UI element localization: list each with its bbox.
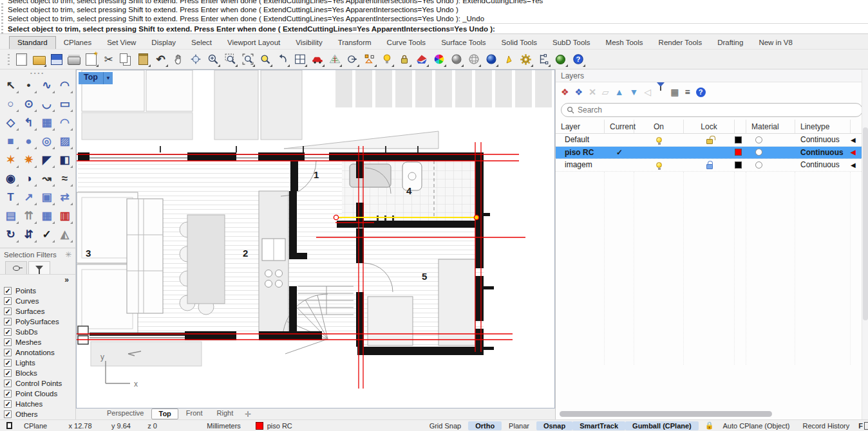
viewport-tab[interactable]: Top bbox=[151, 408, 178, 419]
toolbar-tab[interactable]: Mesh Tools bbox=[598, 37, 651, 49]
tool-icon-surface-edit[interactable]: ▨ bbox=[56, 132, 74, 151]
viewport-tab[interactable]: Right bbox=[211, 408, 240, 419]
checkbox-checked[interactable]: ✓ bbox=[4, 328, 12, 336]
col-color[interactable] bbox=[735, 120, 746, 133]
rotate-view-icon[interactable] bbox=[187, 51, 203, 68]
filter-item[interactable]: ✓ Hatches bbox=[4, 399, 75, 409]
toolbar-tab[interactable]: Select bbox=[184, 37, 220, 49]
checkbox-checked[interactable]: ✓ bbox=[4, 390, 12, 398]
toolbar-tab[interactable]: CPlanes bbox=[56, 37, 99, 49]
tool-icon-ellipse[interactable]: ⊙ bbox=[20, 95, 38, 113]
status-pane-icon[interactable] bbox=[6, 422, 12, 429]
tool-icon-offset[interactable]: ⇈ bbox=[20, 206, 38, 225]
toolbar-grip[interactable] bbox=[8, 52, 10, 66]
layer-material-icon[interactable] bbox=[755, 161, 762, 169]
filter-item[interactable]: ✓ Point Clouds bbox=[4, 389, 75, 399]
cplane-selector[interactable]: CPlane bbox=[17, 422, 62, 430]
zoom-window-icon[interactable] bbox=[222, 51, 238, 68]
zoom-selected-icon[interactable] bbox=[240, 51, 256, 68]
col-current[interactable]: Current bbox=[605, 120, 634, 133]
render-globe-icon[interactable] bbox=[552, 51, 569, 68]
tool-icon-boolean-difference[interactable]: ◑ bbox=[20, 169, 38, 188]
layer-on-icon[interactable] bbox=[656, 137, 662, 143]
checkbox-checked[interactable]: ✓ bbox=[4, 359, 12, 367]
units-selector[interactable]: Millimeters bbox=[200, 422, 255, 430]
tool-icon-check-geometry[interactable]: ✓ bbox=[38, 225, 56, 244]
checkbox-checked[interactable]: ✓ bbox=[4, 349, 12, 356]
tool-icon-rectangle[interactable]: ▭ bbox=[56, 95, 74, 113]
distribute-objects-icon[interactable] bbox=[326, 51, 343, 68]
layer-row-imagem[interactable]: imagem Continuous ◀ bbox=[556, 159, 868, 172]
zoom-extents-icon[interactable] bbox=[205, 51, 221, 68]
toolbar-tab[interactable]: Visibility bbox=[288, 37, 330, 49]
tool-icon-single-point[interactable]: • bbox=[20, 76, 38, 95]
tool-icon-control-point-curve[interactable]: ∿ bbox=[38, 76, 56, 95]
expand-chevron[interactable]: » bbox=[0, 275, 75, 286]
tool-icon-sphere[interactable]: ● bbox=[20, 132, 38, 151]
open-file-icon[interactable] bbox=[31, 51, 47, 68]
checkbox-checked[interactable]: ✓ bbox=[4, 369, 12, 377]
tool-icon-array[interactable]: ▦ bbox=[38, 206, 56, 225]
filter-toggle[interactable]: F bbox=[858, 422, 863, 430]
gear-icon[interactable]: ✳ bbox=[65, 250, 71, 259]
save-icon[interactable] bbox=[48, 51, 64, 68]
filter-item[interactable]: ✓ Blocks bbox=[4, 368, 75, 378]
toolbar-tab[interactable]: Set View bbox=[99, 37, 144, 49]
layer-material-icon[interactable] bbox=[755, 136, 762, 143]
toolbar-tab[interactable]: Viewport Layout bbox=[220, 37, 288, 49]
layer-search-box[interactable] bbox=[561, 103, 863, 117]
record-history-toggle[interactable]: Record History bbox=[796, 422, 856, 430]
layer-lights-icon[interactable] bbox=[379, 51, 395, 68]
checkbox-checked[interactable]: ✓ bbox=[4, 400, 12, 408]
col-lock[interactable]: Lock bbox=[684, 120, 735, 133]
tool-icon-section[interactable]: ▥ bbox=[56, 206, 74, 225]
current-layer-chip[interactable]: piso RC bbox=[256, 422, 326, 430]
import-notes-icon[interactable] bbox=[83, 51, 99, 68]
toolbar-tab[interactable]: Standard bbox=[9, 36, 56, 49]
tool-icon-fillet-edge[interactable]: ↝ bbox=[38, 169, 56, 188]
status-toggle[interactable]: Planar bbox=[502, 421, 536, 430]
tool-icon-extrude[interactable]: ▤ bbox=[2, 206, 20, 225]
shaded-viewport-icon[interactable] bbox=[448, 51, 464, 68]
tool-icon-rotate[interactable]: ↻ bbox=[2, 225, 20, 244]
tool-icon-box[interactable]: ■ bbox=[2, 132, 20, 151]
add-viewport-icon[interactable]: ✛ bbox=[245, 410, 251, 419]
tool-icon-split[interactable]: ◧ bbox=[56, 151, 74, 169]
filter-item[interactable]: ✓ Others bbox=[4, 409, 75, 419]
color-wheel-icon[interactable] bbox=[431, 51, 447, 68]
tool-icon-boolean-union[interactable]: ◉ bbox=[2, 169, 20, 188]
layer-color-swatch[interactable] bbox=[735, 161, 742, 169]
auto-cplane-toggle[interactable]: Auto CPlane (Object) bbox=[717, 422, 797, 430]
toolbar-tab[interactable]: Render Tools bbox=[651, 37, 710, 49]
new-sublayer-icon[interactable]: ❖ bbox=[575, 87, 583, 96]
col-layer[interactable]: Layer bbox=[556, 120, 605, 133]
pan-view-icon[interactable] bbox=[170, 51, 186, 68]
layer-menu-icon[interactable]: ≡ bbox=[684, 87, 690, 96]
layer-color-swatch[interactable] bbox=[735, 149, 742, 156]
chevron-down-icon[interactable]: ▼ bbox=[103, 72, 113, 84]
tool-icon-select[interactable]: ↖ bbox=[2, 76, 20, 95]
new-layer-icon[interactable]: ❖ bbox=[561, 87, 569, 96]
checkbox-checked[interactable]: ✓ bbox=[4, 307, 12, 315]
help-icon[interactable]: ? bbox=[570, 51, 586, 68]
viewport-title[interactable]: Top ▼ bbox=[79, 72, 113, 84]
ghosted-viewport-icon[interactable] bbox=[466, 51, 482, 68]
tool-icon-cone[interactable]: ◭ bbox=[56, 225, 74, 244]
tool-icon-arc[interactable]: ◡ bbox=[38, 95, 56, 113]
toolbar-tab[interactable]: Drafting bbox=[710, 37, 751, 49]
tool-icon-orient[interactable]: ⇵ bbox=[20, 225, 38, 244]
layer-unlocked-icon[interactable] bbox=[706, 139, 713, 144]
move-layer-up-icon[interactable]: ▲ bbox=[615, 87, 624, 96]
command-grip[interactable] bbox=[1, 1, 3, 33]
tool-icon-copy-objects[interactable]: ▣ bbox=[38, 188, 56, 206]
layer-on-icon[interactable] bbox=[656, 162, 662, 168]
point-snap-icon[interactable] bbox=[361, 51, 377, 68]
toolbar-tab[interactable]: Transform bbox=[330, 37, 379, 49]
col-material[interactable]: Material bbox=[746, 120, 795, 133]
vertical-scrollbar[interactable] bbox=[862, 69, 868, 419]
layer-filter-icon[interactable] bbox=[657, 87, 665, 96]
duplicate-layer-icon[interactable]: ▱ bbox=[602, 87, 609, 96]
tool-icon-fillet-curves[interactable]: ↰ bbox=[20, 113, 38, 132]
current-layer-check[interactable]: ✓ bbox=[605, 147, 634, 159]
status-toggle[interactable]: Ortho bbox=[468, 421, 502, 430]
